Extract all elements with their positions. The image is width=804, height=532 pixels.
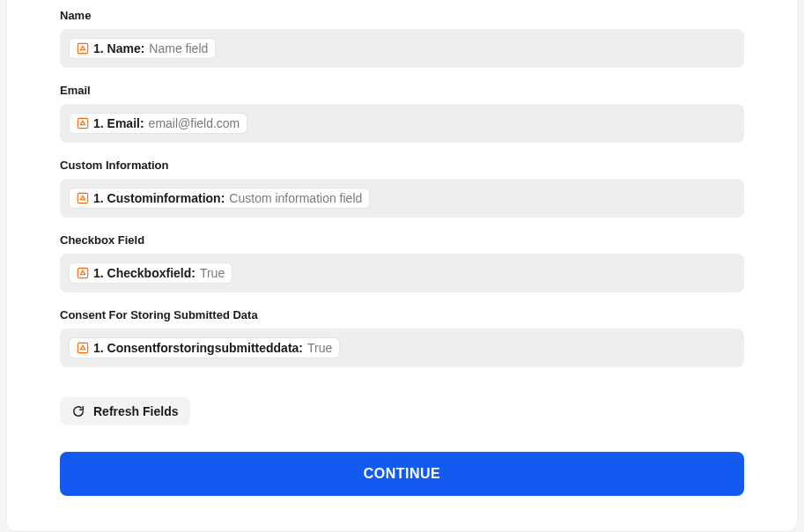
refresh-label: Refresh Fields	[93, 404, 178, 418]
source-icon	[77, 117, 89, 129]
pill-value: True	[200, 266, 225, 280]
pill-checkbox[interactable]: 1. Checkboxfield: True	[69, 262, 232, 284]
label-consent: Consent For Storing Submitted Data	[60, 308, 744, 321]
pill-email[interactable]: 1. Email: email@field.com	[69, 113, 247, 134]
pill-value: email@field.com	[149, 116, 240, 130]
pill-key: 1. Checkboxfield:	[93, 266, 195, 280]
svg-rect-4	[77, 343, 87, 352]
pill-name[interactable]: 1. Name: Name field	[69, 38, 216, 59]
svg-rect-3	[77, 268, 87, 277]
label-custom-information: Custom Information	[60, 159, 744, 172]
pill-key: 1. Custominformation:	[93, 191, 225, 205]
input-custom-information[interactable]: 1. Custominformation: Custom information…	[60, 179, 744, 218]
actions-row: Refresh Fields	[60, 397, 744, 425]
source-icon	[77, 42, 89, 55]
pill-key: 1. Consentforstoringsubmitteddata:	[93, 341, 303, 355]
refresh-icon	[72, 405, 85, 417]
pill-value: True	[307, 341, 332, 355]
svg-rect-0	[77, 43, 87, 53]
field-email: Email 1. Email: email@field.com	[60, 84, 744, 143]
field-checkbox: Checkbox Field 1. Checkboxfield: True	[60, 233, 744, 292]
pill-value: Name field	[149, 41, 208, 55]
input-consent[interactable]: 1. Consentforstoringsubmitteddata: True	[60, 329, 744, 367]
refresh-fields-button[interactable]: Refresh Fields	[60, 397, 190, 425]
svg-rect-1	[77, 118, 87, 128]
label-email: Email	[60, 84, 744, 97]
field-name: Name 1. Name: Name field	[60, 9, 744, 68]
label-name: Name	[60, 9, 744, 22]
pill-value: Custom information field	[229, 191, 362, 205]
source-icon	[77, 267, 89, 279]
pill-key: 1. Name:	[93, 41, 144, 55]
input-checkbox[interactable]: 1. Checkboxfield: True	[60, 254, 744, 292]
pill-custom-information[interactable]: 1. Custominformation: Custom information…	[69, 188, 370, 209]
input-name[interactable]: 1. Name: Name field	[60, 29, 744, 68]
pill-key: 1. Email:	[93, 116, 144, 130]
form-card: Name 1. Name: Name field Email	[7, 0, 797, 531]
source-icon	[77, 342, 89, 354]
svg-rect-2	[77, 193, 87, 203]
field-custom-information: Custom Information 1. Custominformation:…	[60, 159, 744, 218]
pill-consent[interactable]: 1. Consentforstoringsubmitteddata: True	[69, 337, 340, 358]
input-email[interactable]: 1. Email: email@field.com	[60, 104, 744, 143]
source-icon	[77, 192, 89, 204]
label-checkbox: Checkbox Field	[60, 233, 744, 247]
field-consent: Consent For Storing Submitted Data 1. Co…	[60, 308, 744, 367]
continue-button[interactable]: CONTINUE	[60, 452, 744, 496]
